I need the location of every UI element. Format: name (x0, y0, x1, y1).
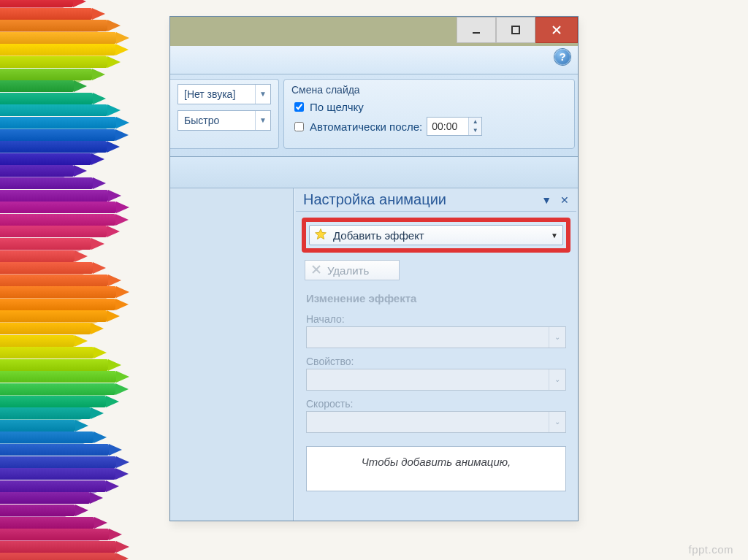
pane-title: Настройка анимации (299, 191, 537, 208)
window-buttons (457, 17, 578, 46)
group-title: Смена слайда (291, 84, 567, 96)
auto-after-checkbox[interactable] (294, 122, 304, 131)
hint-text: Чтобы добавить анимацию, (362, 456, 511, 468)
spinner-buttons: ▲ ▼ (468, 118, 481, 135)
star-icon (314, 228, 327, 243)
decorative-pencils (0, 0, 175, 560)
ribbon-group-slide-change: Смена слайда По щелчку Автоматически пос… (283, 79, 575, 149)
pane-menu-icon[interactable]: ▼ (537, 193, 556, 207)
property-combo[interactable]: ⌄ (306, 369, 566, 391)
maximize-button[interactable] (496, 17, 535, 43)
chevron-down-icon: ▼ (255, 111, 270, 130)
workspace: Настройка анимации ▼ ✕ Добавить эффект ▼ (170, 188, 578, 521)
pane-header: Настройка анимации ▼ ✕ (296, 190, 576, 212)
chevron-down-icon: ⌄ (549, 327, 565, 348)
pane-close-icon[interactable]: ✕ (556, 193, 573, 207)
sound-combo-value: [Нет звука] (178, 88, 255, 100)
add-effect-label: Добавить эффект (333, 229, 424, 242)
titlebar (170, 17, 578, 46)
powerpoint-window: ? [Нет звука] ▼ Быстро ▼ Смена слайда По… (169, 16, 579, 521)
delete-icon (311, 264, 321, 277)
auto-after-label: Автоматически после: (310, 120, 422, 133)
watermark: fppt.com (688, 543, 733, 556)
spinner-down[interactable]: ▼ (468, 126, 481, 135)
on-click-checkbox[interactable] (294, 102, 304, 112)
spinner-up[interactable]: ▲ (468, 118, 481, 126)
svg-rect-0 (473, 32, 480, 34)
auto-after-value: 00:00 (427, 120, 468, 132)
hint-box: Чтобы добавить анимацию, (306, 446, 566, 491)
section-label: Изменение эффекта (306, 292, 566, 304)
close-button[interactable] (535, 17, 578, 43)
slide-canvas-edge (170, 188, 294, 521)
speed-effect-combo[interactable]: ⌄ (306, 411, 566, 433)
chevron-down-icon: ▼ (551, 231, 558, 239)
chevron-down-icon: ⌄ (549, 412, 565, 432)
close-icon (552, 25, 562, 35)
add-effect-button[interactable]: Добавить эффект ▼ (309, 225, 563, 245)
svg-rect-1 (512, 26, 519, 34)
minimize-icon (471, 25, 481, 35)
ribbon-lower-strip (170, 157, 578, 188)
minimize-button[interactable] (457, 17, 496, 43)
start-combo[interactable]: ⌄ (306, 326, 566, 348)
speed-combo[interactable]: Быстро ▼ (178, 110, 271, 131)
svg-marker-4 (316, 229, 327, 239)
under-titlebar: ? (170, 46, 578, 74)
sound-combo[interactable]: [Нет звука] ▼ (178, 84, 271, 104)
delete-label: Удалить (327, 264, 369, 277)
speed-combo-value: Быстро (178, 115, 255, 126)
animation-pane: Настройка анимации ▼ ✕ Добавить эффект ▼ (294, 188, 578, 521)
ribbon-group-transition: [Нет звука] ▼ Быстро ▼ (170, 79, 279, 149)
auto-after-spinner[interactable]: 00:00 ▲ ▼ (427, 117, 482, 136)
highlight-box: Добавить эффект ▼ (302, 218, 570, 253)
field-property-label: Свойство: (306, 356, 566, 367)
ribbon: [Нет звука] ▼ Быстро ▼ Смена слайда По щ… (170, 74, 578, 157)
auto-after-row: Автоматически после: 00:00 ▲ ▼ (291, 117, 567, 136)
field-start-label: Начало: (306, 313, 566, 325)
chevron-down-icon: ▼ (255, 85, 270, 104)
maximize-icon (511, 25, 521, 35)
delete-effect-button[interactable]: Удалить (305, 260, 400, 280)
on-click-label: По щелчку (310, 101, 364, 113)
chevron-down-icon: ⌄ (549, 369, 565, 390)
field-speed-label: Скорость: (306, 398, 566, 410)
on-click-row: По щелчку (291, 100, 567, 114)
help-icon[interactable]: ? (554, 49, 570, 65)
